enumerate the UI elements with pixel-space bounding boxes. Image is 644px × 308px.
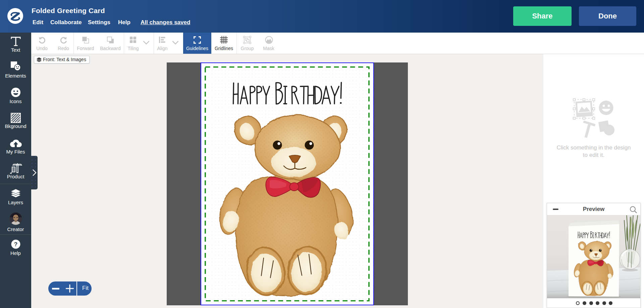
svg-text:?: ? [14,241,17,248]
